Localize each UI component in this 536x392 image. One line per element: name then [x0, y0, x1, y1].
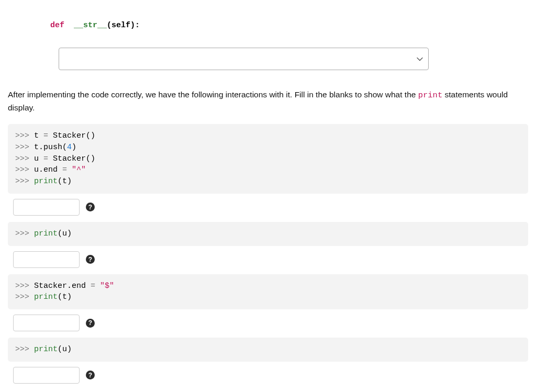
keyword-def: def [50, 21, 64, 30]
str-body-dropdown[interactable] [59, 48, 429, 70]
def-line: def __str__(self): [31, 8, 528, 43]
help-icon[interactable]: ? [86, 319, 95, 328]
function-name: __str__ [74, 21, 107, 30]
help-icon[interactable]: ? [86, 255, 95, 264]
answer-input-3[interactable] [13, 315, 80, 331]
answer-input-1[interactable] [13, 199, 80, 216]
help-icon[interactable]: ? [86, 371, 95, 379]
answer-row-2: ? [13, 251, 528, 268]
top-code-section: def __str__(self): [8, 8, 528, 70]
chevron-down-icon [417, 56, 422, 61]
code-block-3: >>> Stacker.end = "$" >>> print(t) [8, 274, 528, 310]
answer-input-2[interactable] [13, 251, 80, 268]
code-block-1: >>> t = Stacker() >>> t.push(4) >>> u = … [8, 124, 528, 194]
answer-row-1: ? [13, 199, 528, 216]
help-icon[interactable]: ? [86, 203, 95, 211]
instruction-paragraph: After implementing the code correctly, w… [8, 88, 528, 114]
self-param: self [111, 21, 130, 30]
answer-row-4: ? [13, 367, 528, 384]
code-block-2: >>> print(u) [8, 222, 528, 246]
code-block-4: >>> print(u) [8, 338, 528, 362]
answer-row-3: ? [13, 315, 528, 331]
answer-input-4[interactable] [13, 367, 80, 384]
inline-print: print [418, 91, 443, 100]
